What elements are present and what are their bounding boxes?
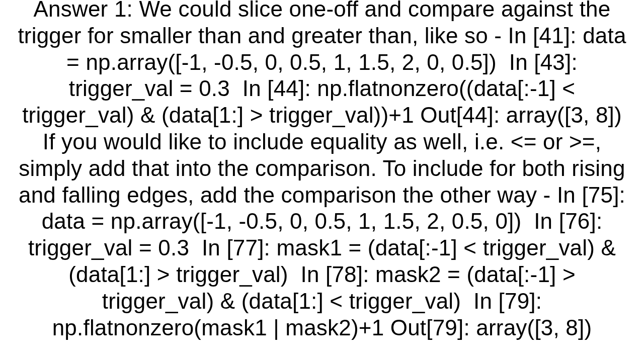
answer-text-block: Answer 1: We could slice one-off and com…: [0, 0, 644, 362]
answer-text: Answer 1: We could slice one-off and com…: [15, 0, 629, 341]
